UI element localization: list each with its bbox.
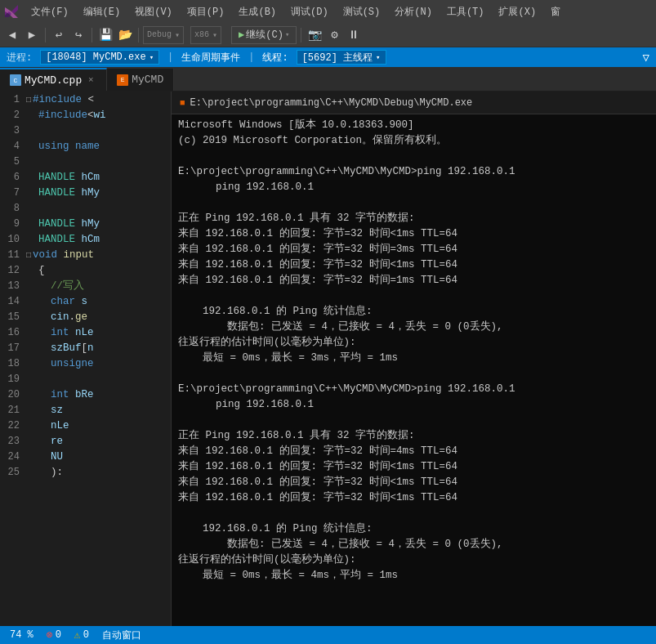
terminal-line-15: 最短 = 0ms，最长 = 3ms，平均 = 1ms	[178, 351, 649, 366]
line-num-25: 25	[0, 467, 26, 478]
processbar: 进程: [18048] MyCMD.exe ▾ | 生命周期事件 | 线程: […	[0, 47, 656, 67]
terminal-line-5	[178, 195, 649, 211]
code-line-23: 23 re	[0, 433, 171, 449]
process-value: [18048] MyCMD.exe	[46, 51, 145, 63]
undo-button[interactable]: ↩	[50, 26, 68, 44]
terminal-line-25	[178, 506, 649, 521]
processbar-separator2: |	[248, 51, 254, 63]
terminal-content[interactable]: Microsoft Windows [版本 10.0.18363.900] (c…	[172, 114, 656, 626]
terminal-exe-icon: ■	[180, 98, 185, 108]
settings-button[interactable]: ⚙	[325, 26, 343, 44]
menu-test[interactable]: 测试(S)	[337, 3, 387, 20]
terminal-title: E:\project\programming\C++\MyCMD\Debug\M…	[190, 97, 473, 109]
line-content-6: HANDLE hCm	[26, 172, 100, 183]
menu-edit[interactable]: 编辑(E)	[77, 3, 127, 20]
warning-item[interactable]: ⚠ 0	[71, 626, 92, 644]
line-content-4: using name	[26, 141, 100, 152]
terminal-line-0: Microsoft Windows [版本 10.0.18363.900]	[178, 118, 649, 133]
line-num-9: 9	[0, 218, 26, 230]
line-num-20: 20	[0, 389, 26, 400]
line-content-5	[26, 156, 33, 168]
open-button[interactable]: 📂	[116, 26, 134, 44]
tab-mycmd-cpp[interactable]: C MyCMD.cpp ×	[0, 68, 107, 91]
process-dropdown[interactable]: [18048] MyCMD.exe ▾	[40, 50, 159, 65]
menu-file[interactable]: 文件(F)	[25, 3, 75, 20]
line-content-9: HANDLE hMy	[26, 218, 100, 230]
line-num-3: 3	[0, 125, 26, 136]
lifecycle-label: 生命周期事件	[181, 51, 240, 65]
toolbar-separator-1	[45, 28, 46, 42]
error-item[interactable]: ⊗ 0	[43, 626, 65, 644]
thread-dropdown[interactable]: [5692] 主线程 ▾	[297, 50, 386, 65]
line-content-20: int bRe	[26, 389, 94, 400]
code-line-21: 21 sz	[0, 402, 171, 418]
line-content-16: int nLe	[26, 327, 94, 338]
pause-button[interactable]: ⏸	[345, 26, 363, 44]
process-label: 进程:	[7, 51, 32, 65]
tabbar: C MyCMD.cpp × E MyCMD	[0, 67, 656, 92]
menu-window[interactable]: 窗	[544, 3, 567, 20]
debug-mode-dropdown[interactable]: Debug ▾	[143, 26, 184, 44]
menu-debug[interactable]: 调试(D)	[284, 3, 335, 20]
line-content-7: HANDLE hMy	[26, 187, 100, 199]
toolbar-separator-4	[301, 28, 301, 42]
terminal-line-2	[178, 149, 649, 164]
filter-icon[interactable]: ▽	[643, 51, 649, 65]
line-content-12: {	[26, 265, 45, 276]
toolbar: ◀ ▶ ↩ ↪ 💾 📂 Debug ▾ x86 ▾ ▶ 继续(C) ▾ 📷 ⚙ …	[0, 23, 656, 47]
tab-exe-icon: E	[117, 74, 128, 86]
terminal-titlebar: ■ E:\project\programming\C++\MyCMD\Debug…	[172, 92, 656, 114]
statusbar: 74 % ⊗ 0 ⚠ 0 自动窗口	[0, 626, 656, 644]
arch-dropdown-arrow: ▾	[212, 30, 217, 40]
panel-label-item[interactable]: 自动窗口	[99, 626, 145, 644]
menu-view[interactable]: 视图(V)	[128, 3, 179, 20]
play-icon: ▶	[239, 29, 244, 41]
line-num-2: 2	[0, 110, 26, 121]
terminal-line-24: 来自 192.168.0.1 的回复: 字节=32 时间<1ms TTL=64	[178, 490, 649, 506]
line-content-1: □#include <	[26, 94, 94, 105]
thread-value: [5692] 主线程	[302, 51, 373, 65]
tab-cpp-icon: C	[10, 74, 21, 86]
terminal-line-11	[178, 288, 649, 304]
zoom-item[interactable]: 74 %	[7, 626, 37, 644]
line-num-5: 5	[0, 156, 26, 168]
menubar: 文件(F) 编辑(E) 视图(V) 项目(P) 生成(B) 调试(D) 测试(S…	[0, 0, 656, 23]
menu-tools[interactable]: 工具(T)	[440, 3, 491, 20]
continue-button[interactable]: ▶ 继续(C) ▾	[231, 26, 297, 44]
line-num-6: 6	[0, 172, 26, 183]
line-content-22: nLe	[26, 420, 69, 432]
line-content-17: szBuf[n	[26, 342, 94, 354]
main-content: 1 □#include < 2 #include<wi 3 4 using na…	[0, 92, 656, 626]
menu-analyze[interactable]: 分析(N)	[388, 3, 439, 20]
back-button[interactable]: ◀	[3, 26, 21, 44]
tab-cpp-close[interactable]: ×	[85, 74, 96, 86]
line-num-16: 16	[0, 327, 26, 338]
code-line-22: 22 nLe	[0, 418, 171, 433]
line-num-15: 15	[0, 311, 26, 323]
code-pane: 1 □#include < 2 #include<wi 3 4 using na…	[0, 92, 172, 626]
arch-dropdown[interactable]: x86 ▾	[190, 26, 221, 44]
code-line-15: 15 cin.ge	[0, 309, 171, 324]
forward-button[interactable]: ▶	[23, 26, 41, 44]
menu-project[interactable]: 项目(P)	[181, 3, 231, 20]
terminal-line-13: 数据包: 已发送 = 4，已接收 = 4，丢失 = 0 (0丢失),	[178, 320, 649, 335]
line-num-19: 19	[0, 373, 26, 385]
terminal-line-22: 来自 192.168.0.1 的回复: 字节=32 时间<1ms TTL=64	[178, 459, 649, 475]
menu-build[interactable]: 生成(B)	[232, 3, 283, 20]
error-circle-icon: ⊗	[47, 628, 53, 642]
terminal-line-9: 来自 192.168.0.1 的回复: 字节=32 时间<1ms TTL=64	[178, 257, 649, 273]
save-button[interactable]: 💾	[96, 26, 114, 44]
screenshot-button[interactable]: 📷	[306, 26, 324, 44]
terminal-line-21: 来自 192.168.0.1 的回复: 字节=32 时间=4ms TTL=64	[178, 444, 649, 459]
line-content-24: NU	[26, 451, 63, 463]
code-line-16: 16 int nLe	[0, 324, 171, 340]
process-dropdown-arrow: ▾	[149, 53, 154, 62]
redo-button[interactable]: ↪	[69, 26, 87, 44]
code-lines: 1 □#include < 2 #include<wi 3 4 using na…	[0, 92, 171, 626]
code-line-6: 6 HANDLE hCm	[0, 169, 171, 185]
menu-extensions[interactable]: 扩展(X)	[492, 3, 542, 20]
terminal-line-7: 来自 192.168.0.1 的回复: 字节=32 时间<1ms TTL=64	[178, 226, 649, 242]
tab-mycmd[interactable]: E MyCMD	[107, 68, 174, 91]
line-num-11: 11	[0, 249, 26, 261]
line-num-7: 7	[0, 187, 26, 199]
